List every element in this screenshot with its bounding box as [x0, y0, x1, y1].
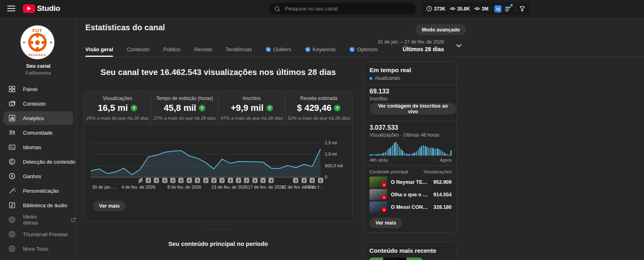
list-header-content: Conteúdo principal — [369, 169, 408, 174]
upload-count-badge[interactable]: 3 — [318, 178, 323, 183]
upload-count-badge[interactable]: 3 — [293, 178, 298, 183]
sidebar-item-analytics[interactable]: Analytics — [0, 111, 76, 125]
realtime-bar — [375, 154, 376, 156]
realtime-bar — [378, 154, 379, 156]
realtime-bar — [390, 147, 391, 156]
sidebar-item-painel[interactable]: Painel — [0, 82, 76, 96]
sidebar-item-conteudo[interactable]: Conteúdo — [0, 96, 76, 111]
upload-count-badge[interactable]: 4 — [268, 178, 274, 183]
sidebar-item-label: Thumbnail Preview — [23, 231, 68, 237]
tab-publico[interactable]: Público — [163, 42, 181, 57]
see-more-button[interactable]: Ver mais — [93, 201, 126, 211]
realtime-bar — [411, 154, 412, 156]
y-axis-label: 1,5 mi — [325, 140, 337, 145]
tab-tendencias[interactable]: Tendências — [225, 42, 252, 57]
search-input[interactable] — [285, 6, 402, 12]
extension-stat[interactable]: 3M — [474, 5, 489, 12]
menu-icon[interactable] — [7, 6, 15, 11]
metric-card[interactable]: Visualizações 16,5 mi 26% a mais do que … — [84, 91, 151, 125]
sidebar-item-ganhos[interactable]: $ Ganhos — [0, 169, 76, 183]
upload-count-badge[interactable]: 3 — [310, 178, 315, 183]
tab-receita[interactable]: Receita — [194, 42, 212, 57]
upload-count-badge[interactable]: 4 — [228, 178, 233, 183]
realtime-see-more-button[interactable]: Ver mais — [369, 218, 402, 228]
realtime-bar — [376, 154, 378, 156]
trend-up-icon — [199, 105, 205, 111]
upload-count-badge[interactable]: 4 — [162, 178, 167, 183]
tab-keywords[interactable]: iQ Keywords — [305, 42, 336, 57]
top-video-row[interactable]: O Messi CONSEGUIU E... 328.180 — [369, 202, 452, 213]
realtime-bar — [382, 154, 383, 156]
tab-conteudo[interactable]: Conteúdo — [127, 42, 149, 57]
upload-count-badge[interactable]: 4 — [219, 178, 225, 183]
upload-count-badge[interactable]: 4 — [170, 178, 175, 183]
extension-stat[interactable]: 35.8K — [449, 5, 470, 12]
upload-count-badge[interactable]: 4 — [187, 178, 192, 183]
shorts-icon[interactable] — [138, 178, 143, 183]
copyright-icon — [8, 158, 16, 166]
channel-avatar[interactable]: FUT ★ ★ RESENHA — [21, 25, 54, 59]
channel-handle: FutResenha — [0, 71, 76, 75]
upload-count-badge[interactable]: 3 — [301, 178, 307, 183]
realtime-bar — [419, 148, 421, 156]
sidebar-item-label: Comunidade — [23, 130, 53, 136]
advanced-mode-button[interactable]: Modo avançado — [415, 24, 466, 35]
x-axis-label: 17 de fev. de 2026 — [248, 185, 284, 189]
sidebar-item-biblioteca-de-audio[interactable]: Biblioteca de áudio — [0, 198, 76, 212]
date-range-picker[interactable]: 31 de jan. – 27 de fev. de 2026 Últimos … — [372, 39, 444, 52]
views-line-chart — [91, 141, 320, 177]
tab-outliers[interactable]: iQ Outliers — [266, 42, 291, 57]
sidebar-item-comunidade[interactable]: Comunidade — [0, 125, 76, 140]
realtime-bar — [445, 154, 446, 156]
extension-icon — [8, 216, 16, 224]
trend-up-icon — [334, 105, 341, 111]
video-title: O Neymar TENTOU um... — [391, 179, 431, 185]
realtime-title: Em tempo real — [369, 67, 411, 73]
page-title: Estatísticas do canal — [85, 23, 165, 32]
upload-count-badge[interactable]: 4 — [203, 178, 208, 183]
upload-count-badge[interactable]: 4 — [211, 178, 217, 183]
x-axis-label: 8 de fev. de 2026 — [167, 185, 201, 189]
clock-icon — [426, 5, 433, 12]
upload-count-badge[interactable]: 4 — [195, 178, 200, 183]
sidebar-item-deteccao-de-conteudo[interactable]: Detecção de conteúdo — [0, 154, 76, 169]
search-bar[interactable] — [269, 3, 416, 15]
sidebar-item-ideais-diarias[interactable]: Ideais diárias — [0, 212, 76, 227]
notification-dot — [510, 4, 513, 6]
upload-count-badge[interactable]: 2 — [244, 178, 249, 183]
upload-count-badge[interactable]: 4 — [178, 178, 184, 183]
metric-card[interactable]: Tempo de exibição (horas) 45,8 mil 27% a… — [151, 91, 219, 125]
youtube-studio-logo[interactable]: Studio — [23, 4, 60, 13]
youtube-studio-analytics-page: { "colors": { "accent_blue":"#3ea6ff", "… — [0, 0, 644, 260]
live-sub-count-button[interactable]: Ver contagem de inscritos ao vivo — [369, 103, 456, 114]
realtime-bar — [397, 144, 398, 156]
upload-count-badge[interactable]: 3 — [252, 178, 258, 183]
sidebar-item-more-tools[interactable]: More Tools — [0, 241, 76, 256]
sidebar-item-label: Biblioteca de áudio — [23, 202, 67, 208]
top-video-row[interactable]: O Neymar TENTOU um... 952.909 — [369, 177, 452, 188]
upload-count-badge[interactable]: 3 — [236, 178, 241, 183]
sidebar-item-idiomas[interactable]: Idiomas — [0, 140, 76, 154]
realtime-bar — [438, 149, 440, 156]
upload-count-badge[interactable]: 2 — [260, 178, 266, 183]
realtime-bar — [385, 152, 386, 156]
trophy-icon[interactable] — [518, 5, 526, 12]
tab-visao-geral[interactable]: Visão geral — [85, 42, 113, 57]
shorts-icon — [382, 195, 386, 200]
sort-lines-icon[interactable] — [504, 5, 512, 13]
sidebar-item-personalizacao[interactable]: Personalização — [0, 183, 76, 198]
chevron-down-icon[interactable] — [455, 43, 463, 49]
sidebar-item-thumbnail-preview[interactable]: Thumbnail Preview — [0, 227, 76, 241]
metric-card[interactable]: Inscritos +9,9 mil 47% a mais do que há … — [219, 91, 286, 125]
upload-count-badge[interactable]: 4 — [146, 178, 151, 183]
extension-stat[interactable]: 373K — [426, 5, 446, 12]
extension-stat-value: 35.8K — [457, 6, 470, 12]
realtime-bar — [383, 153, 384, 156]
recent-video-thumbnail[interactable] — [369, 258, 422, 260]
top-video-row[interactable]: Olha o que o Neymar f... 914.554 — [369, 189, 452, 200]
divider — [364, 121, 456, 121]
metric-card[interactable]: Receita estimada $ 429,46 52% a mais do … — [285, 91, 352, 125]
upload-count-badge[interactable]: 4 — [154, 178, 159, 183]
vidiq-icon[interactable]: iQ — [494, 5, 502, 12]
x-axis-label: 4 de fev. de 2026 — [122, 185, 155, 189]
